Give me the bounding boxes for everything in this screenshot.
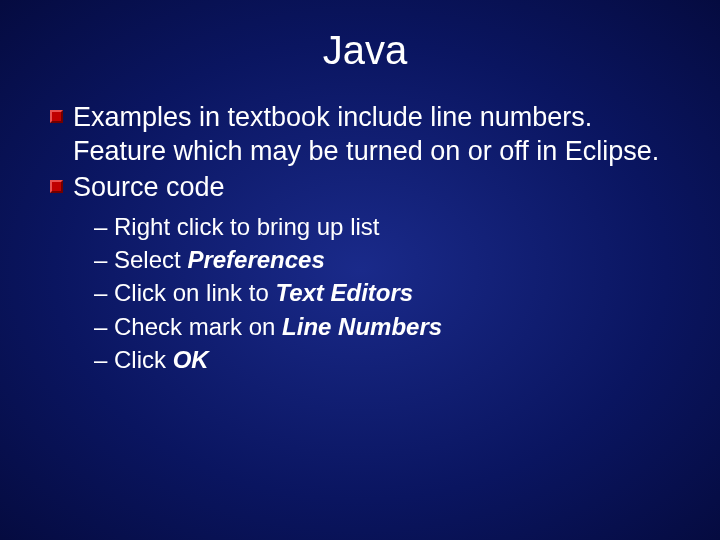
sub-item: – Click OK <box>94 343 680 376</box>
sub-item-bold: Text Editors <box>275 279 413 306</box>
sub-item: – Select Preferences <box>94 243 680 276</box>
bullet-item: Examples in textbook include line number… <box>50 101 680 169</box>
sub-item: – Click on link to Text Editors <box>94 276 680 309</box>
slide-title: Java <box>50 28 680 73</box>
bullet-text: Source code <box>73 171 225 205</box>
sub-item-text: – Click <box>94 346 173 373</box>
sub-list: – Right click to bring up list – Select … <box>50 210 680 376</box>
sub-item: – Check mark on Line Numbers <box>94 310 680 343</box>
sub-item-bold: Line Numbers <box>282 313 442 340</box>
square-bullet-icon <box>50 180 63 193</box>
sub-item-bold: OK <box>173 346 209 373</box>
bullet-item: Source code <box>50 171 680 205</box>
square-bullet-icon <box>50 110 63 123</box>
sub-item-text: – Right click to bring up list <box>94 213 379 240</box>
content-area: Examples in textbook include line number… <box>50 101 680 376</box>
sub-item-text: – Check mark on <box>94 313 282 340</box>
sub-item-text: – Click on link to <box>94 279 275 306</box>
sub-item-bold: Preferences <box>187 246 324 273</box>
sub-item-text: – Select <box>94 246 187 273</box>
bullet-text: Examples in textbook include line number… <box>73 101 680 169</box>
sub-item: – Right click to bring up list <box>94 210 680 243</box>
slide: Java Examples in textbook include line n… <box>0 0 720 540</box>
